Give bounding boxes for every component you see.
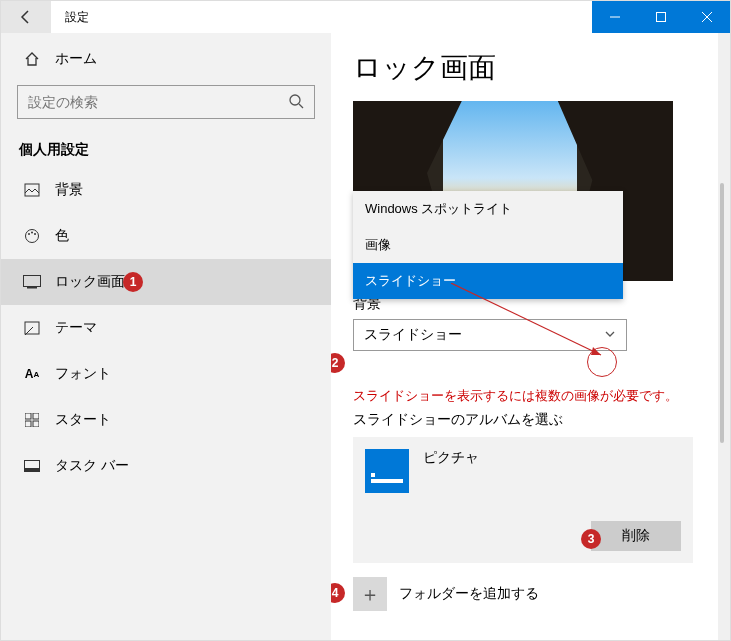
nav-label: フォント: [55, 365, 111, 383]
folder-thumb-icon: [365, 449, 409, 493]
svg-point-8: [28, 233, 30, 235]
home-link[interactable]: ホーム: [1, 39, 331, 79]
nav-item-start[interactable]: スタート: [1, 397, 331, 443]
nav-item-font[interactable]: AA フォント: [1, 351, 331, 397]
combo-value: スライドショー: [364, 326, 462, 344]
minimize-button[interactable]: [592, 1, 638, 33]
nav-item-color[interactable]: 色: [1, 213, 331, 259]
lockscreen-preview: Windows スポットライト 画像 スライドショー: [353, 101, 673, 281]
svg-line-21: [451, 283, 601, 355]
nav-label: 背景: [55, 181, 83, 199]
nav-label: タスク バー: [55, 457, 129, 475]
nav-label: ロック画面: [55, 273, 125, 291]
taskbar-icon: [23, 460, 41, 472]
svg-rect-11: [24, 276, 41, 287]
palette-icon: [23, 228, 41, 244]
svg-point-7: [26, 230, 39, 243]
start-icon: [23, 413, 41, 427]
svg-rect-17: [25, 421, 31, 427]
window-controls: [592, 1, 730, 33]
nav-label: テーマ: [55, 319, 97, 337]
add-folder-row: ＋ フォルダーを追加する 4: [353, 577, 696, 611]
album-section-label: スライドショーのアルバムを選ぶ: [353, 411, 696, 429]
annotation-4: 4: [331, 583, 345, 603]
nav-item-theme[interactable]: テーマ: [1, 305, 331, 351]
sidebar: ホーム 個人用設定 背景 色 ロック画面: [1, 33, 331, 640]
svg-point-10: [34, 233, 36, 235]
svg-line-5: [299, 104, 303, 108]
vertical-scrollbar[interactable]: [718, 33, 730, 640]
svg-rect-15: [25, 413, 31, 419]
home-label: ホーム: [55, 50, 97, 68]
window-title: 設定: [51, 1, 331, 33]
nav-label: スタート: [55, 411, 111, 429]
plus-icon: ＋: [360, 581, 380, 608]
titlebar: 設定: [1, 1, 730, 33]
svg-rect-6: [25, 184, 39, 196]
home-icon: [23, 51, 41, 67]
content-area: ロック画面 Windows スポットライト 画像 スライドショー 背景 スライド…: [331, 33, 718, 640]
nav-label: 色: [55, 227, 69, 245]
category-header: 個人用設定: [1, 131, 331, 167]
page-title: ロック画面: [353, 49, 696, 87]
annotation-3: 3: [581, 529, 601, 549]
svg-point-4: [290, 95, 300, 105]
search-box[interactable]: [17, 85, 315, 119]
annotation-2: 2: [331, 353, 345, 373]
close-button[interactable]: [684, 1, 730, 33]
font-icon: AA: [23, 367, 41, 381]
back-button[interactable]: [1, 1, 51, 33]
album-box: ピクチャ 削除 3: [353, 437, 693, 563]
arrow-left-icon: [18, 9, 34, 25]
picture-icon: [23, 182, 41, 198]
dropdown-option-picture[interactable]: 画像: [353, 227, 623, 263]
search-icon: [288, 93, 304, 112]
add-folder-button[interactable]: ＋: [353, 577, 387, 611]
svg-rect-12: [27, 287, 37, 289]
lockscreen-icon: [23, 275, 41, 289]
nav-item-background[interactable]: 背景: [1, 167, 331, 213]
add-folder-label: フォルダーを追加する: [399, 585, 539, 603]
settings-window: 設定 ホーム 個人用設定: [0, 0, 731, 641]
nav-list: 背景 色 ロック画面 1 テーマ AA フォント: [1, 167, 331, 489]
dropdown-option-spotlight[interactable]: Windows スポットライト: [353, 191, 623, 227]
scroll-thumb[interactable]: [720, 183, 724, 443]
theme-icon: [23, 320, 41, 336]
svg-marker-22: [591, 347, 601, 355]
nav-item-lockscreen[interactable]: ロック画面 1: [1, 259, 331, 305]
svg-point-9: [31, 232, 33, 234]
nav-item-taskbar[interactable]: タスク バー: [1, 443, 331, 489]
album-name: ピクチャ: [423, 449, 479, 467]
maximize-button[interactable]: [638, 1, 684, 33]
svg-rect-18: [33, 421, 39, 427]
svg-rect-1: [657, 13, 666, 22]
annotation-1: 1: [123, 272, 143, 292]
delete-label: 削除: [622, 527, 650, 545]
svg-rect-16: [33, 413, 39, 419]
delete-button[interactable]: 削除: [591, 521, 681, 551]
search-input[interactable]: [28, 94, 288, 110]
annotation-arrow: [451, 283, 611, 363]
svg-rect-20: [25, 468, 40, 472]
slideshow-warning: スライドショーを表示するには複数の画像が必要です。: [353, 387, 696, 405]
